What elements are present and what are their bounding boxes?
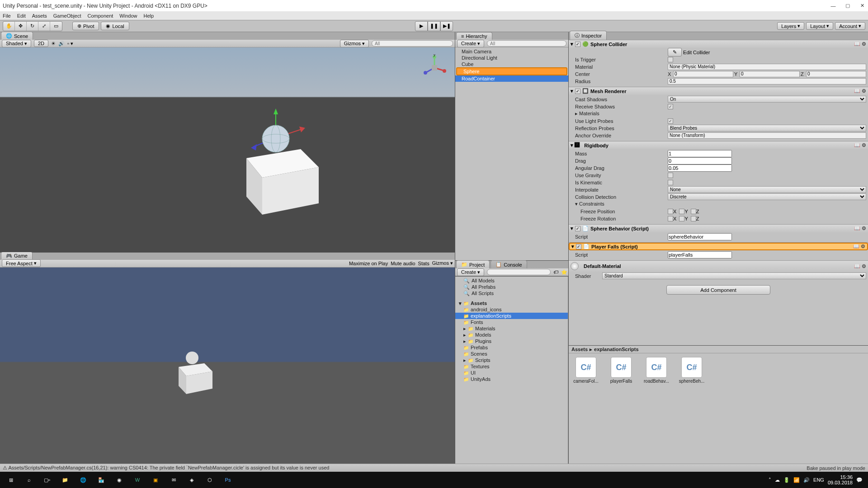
layers-dropdown[interactable]: Layers▾ (777, 22, 804, 30)
pause-button[interactable]: ❚❚ (428, 21, 440, 31)
tree-folder-models[interactable]: ▸ Models (455, 332, 568, 338)
mass-field[interactable] (668, 150, 732, 157)
step-button[interactable]: ▶❚ (440, 21, 453, 31)
game-gizmos-dropdown[interactable]: Gizmos ▾ (432, 260, 453, 266)
explorer-icon[interactable]: 📁 (56, 472, 74, 488)
freeze-ry[interactable] (679, 216, 684, 221)
tree-folder-prefabs[interactable]: Prefabs (455, 344, 568, 351)
tree-assets[interactable]: ▾ Assets (455, 300, 568, 306)
tree-folder-scenes[interactable]: Scenes (455, 351, 568, 357)
shader-select[interactable]: Standard (602, 272, 866, 279)
is-kinematic-checkbox[interactable] (668, 180, 673, 185)
tab-scene[interactable]: 🌐 Scene (1, 32, 33, 40)
shaded-dropdown[interactable]: Shaded ▾ (2, 40, 31, 47)
sublime-icon[interactable]: ▣ (146, 472, 165, 488)
tree-folder-scripts[interactable]: ▸ Scripts (455, 357, 568, 363)
local-toggle[interactable]: ◉Local (101, 22, 129, 30)
is-trigger-checkbox[interactable] (668, 57, 673, 62)
scene-search[interactable] (372, 40, 453, 47)
cast-shadows-select[interactable]: On (668, 96, 866, 103)
inspector-body[interactable]: ▾ 🟢 Sphere Collider📖 ⚙ ✎ Edit Collider I… (569, 40, 868, 345)
comp-sphere-collider[interactable]: ▾ 🟢 Sphere Collider📖 ⚙ (569, 40, 868, 48)
drag-field[interactable] (668, 157, 732, 164)
tree-folder-plugins[interactable]: ▸ Plugins (455, 338, 568, 344)
stats-toggle[interactable]: Stats (418, 261, 429, 266)
freeze-rx[interactable] (668, 216, 673, 221)
gear-icon[interactable]: 📖 ⚙ (853, 244, 865, 249)
hierarchy-create[interactable]: Create ▾ (457, 40, 484, 47)
gear-icon[interactable]: 📖 ⚙ (854, 263, 866, 269)
tray-lang[interactable]: ENG (813, 477, 824, 483)
angular-drag-field[interactable] (668, 164, 732, 172)
tray-cloud-icon[interactable]: ☁ (775, 477, 780, 483)
tray-wifi-icon[interactable]: 📶 (793, 477, 800, 483)
menu-help[interactable]: Help (143, 13, 154, 19)
tray-notifications-icon[interactable]: 💬 (856, 477, 863, 483)
menu-assets[interactable]: Assets (32, 13, 47, 19)
2d-toggle[interactable]: 2D (34, 40, 48, 47)
unity-icon[interactable]: ◈ (183, 472, 201, 488)
tree-folder-textures[interactable]: Textures (455, 363, 568, 370)
filter-icon[interactable]: 🏷 (553, 269, 558, 275)
maximize-toggle[interactable]: Maximize on Play (349, 261, 388, 266)
asset-camerafollow[interactable]: C#cameraFol... (572, 357, 599, 384)
pivot-toggle[interactable]: ⊕Pivot (72, 22, 99, 30)
photoshop-icon[interactable]: Ps (219, 472, 237, 488)
playerfalls-script-field[interactable] (668, 251, 732, 258)
menu-component[interactable]: Component (87, 13, 113, 19)
tree-all-prefabs[interactable]: 🔍 All Prefabs (455, 284, 568, 290)
aspect-dropdown[interactable]: Free Aspect ▾ (2, 259, 41, 267)
light-icon[interactable]: ☀ (51, 41, 56, 47)
scale-tool[interactable]: ⤢ (38, 22, 50, 31)
tray-clock[interactable]: 15:36 09.03.2018 (828, 474, 853, 485)
app-icon[interactable]: ⬡ (201, 472, 219, 488)
collision-select[interactable]: Discrete (668, 193, 866, 200)
material-field[interactable] (668, 64, 866, 70)
rect-tool[interactable]: ▭ (50, 22, 62, 31)
word-icon[interactable]: W (128, 472, 146, 488)
gear-icon[interactable]: 📖 ⚙ (854, 142, 866, 148)
start-button[interactable]: ⊞ (2, 472, 20, 488)
freeze-px[interactable] (668, 209, 673, 214)
reflection-probes-select[interactable]: Blend Probes (668, 125, 866, 131)
project-tree[interactable]: 🔍 All Models 🔍 All Prefabs 🔍 All Scripts… (455, 277, 568, 472)
comp-mesh-renderer[interactable]: ▾ 🔲 Mesh Renderer📖 ⚙ (569, 87, 868, 95)
maximize-button[interactable]: ▢ (844, 3, 851, 9)
hand-tool[interactable]: ✋ (3, 22, 15, 31)
asset-grid[interactable]: C#cameraFol... C#playerFalls C#roadBehav… (569, 353, 868, 465)
tab-hierarchy[interactable]: ≡ Hierarchy (456, 32, 492, 40)
freeze-rz[interactable] (691, 216, 696, 221)
hierarchy-item-camera[interactable]: Main Camera (455, 48, 568, 55)
light-probes-checkbox[interactable] (668, 118, 673, 124)
add-component-button[interactable]: Add Component (666, 285, 770, 295)
asset-roadbehavior[interactable]: C#roadBehav... (643, 357, 670, 384)
scene-view[interactable]: y (0, 47, 455, 252)
gear-icon[interactable]: 📖 ⚙ (854, 41, 866, 47)
tree-folder-ui[interactable]: UI (455, 370, 568, 376)
tree-all-scripts[interactable]: 🔍 All Scripts (455, 290, 568, 296)
asset-playerfalls[interactable]: C#playerFalls (608, 357, 635, 384)
tree-folder-explanationscripts[interactable]: explanationScripts (455, 313, 568, 319)
center-z[interactable] (806, 71, 866, 77)
layout-dropdown[interactable]: Layout▾ (806, 22, 833, 30)
store-icon[interactable]: 🏪 (92, 472, 110, 488)
orientation-gizmo[interactable]: y (421, 54, 448, 81)
mail-icon[interactable]: ✉ (165, 472, 183, 488)
edge-icon[interactable]: 🌐 (74, 472, 92, 488)
gear-icon[interactable]: 📖 ⚙ (854, 88, 866, 94)
hierarchy-item-roadcontainer[interactable]: RoadContainer (455, 75, 568, 82)
freeze-pz[interactable] (691, 209, 696, 214)
comp-default-material[interactable]: Default-Material📖 ⚙ (569, 261, 868, 272)
account-dropdown[interactable]: Account▾ (835, 22, 865, 30)
script-field[interactable] (668, 233, 732, 240)
edit-collider-button[interactable]: ✎ (668, 48, 682, 56)
radius-field[interactable] (668, 78, 866, 84)
tray-volume-icon[interactable]: 🔊 (803, 477, 810, 483)
play-button[interactable]: ▶ (415, 21, 428, 31)
minimize-button[interactable]: — (830, 3, 836, 9)
move-tool[interactable]: ✥ (15, 22, 27, 31)
rotate-tool[interactable]: ↻ (27, 22, 38, 31)
chrome-icon[interactable]: ◉ (110, 472, 128, 488)
project-search[interactable] (487, 269, 551, 275)
hierarchy-search[interactable] (487, 40, 566, 47)
